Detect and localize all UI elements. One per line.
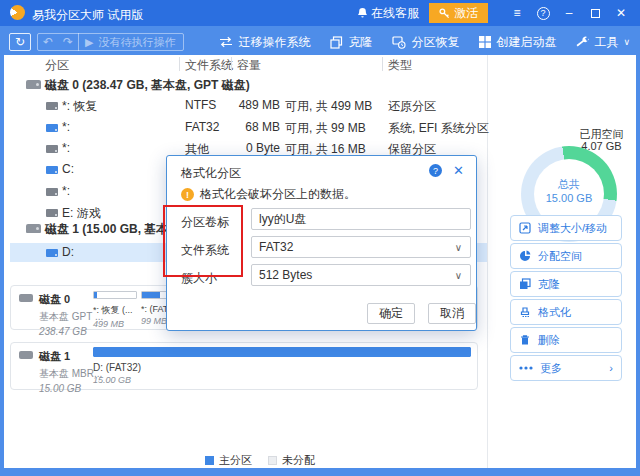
chevron-down-icon: ∨: [455, 270, 462, 281]
disk1-info: 磁盘 1 基本盘 MBR... 15.00 GB: [19, 349, 102, 394]
refresh-button[interactable]: ↻: [9, 33, 31, 51]
key-icon: [439, 8, 450, 19]
partition-icon: [46, 249, 58, 257]
tools-button[interactable]: 工具 ∨: [576, 34, 630, 51]
legend-primary-label: 主分区: [219, 453, 252, 468]
disk0-name: 磁盘 0: [39, 293, 70, 305]
ok-button[interactable]: 确定: [367, 303, 415, 324]
format-button[interactable]: 格式化: [510, 299, 622, 325]
partition-icon: [46, 145, 58, 153]
online-support-button[interactable]: 在线客服: [357, 5, 419, 22]
bell-icon: [357, 7, 368, 19]
chevron-down-icon: ∨: [623, 37, 630, 47]
dialog-help-icon[interactable]: ?: [429, 164, 442, 177]
help-button[interactable]: ?: [532, 3, 554, 23]
clone-label: 克隆: [538, 277, 560, 292]
partition-name: *: 恢复: [62, 98, 97, 115]
activate-button[interactable]: 激活: [429, 3, 488, 23]
cluster-size-select[interactable]: 512 Bytes ∨: [251, 264, 471, 286]
cancel-button[interactable]: 取消: [428, 303, 476, 324]
partition-icon: [46, 124, 58, 132]
table-row-recovery[interactable]: *: 恢复 NTFS 489 MB 可用, 共 499 MB 还原分区: [4, 96, 487, 115]
volume-label-input[interactable]: [251, 208, 471, 230]
undo-button[interactable]: ↶: [38, 35, 58, 49]
table-row-disk0[interactable]: 磁盘 0 (238.47 GB, 基本盘, GPT 磁盘): [4, 75, 487, 94]
partition-block-label: *: 恢复 (...: [93, 304, 137, 317]
create-boot-disk-label: 创建启动盘: [496, 34, 556, 51]
disk-icon: [19, 351, 33, 359]
pending-operations-label: 没有待执行操作: [98, 35, 175, 50]
filesystem-select-value: FAT32: [259, 240, 293, 254]
column-partition: 分区: [45, 57, 69, 74]
migrate-os-button[interactable]: 迁移操作系统: [219, 34, 310, 51]
format-label: 格式化: [538, 305, 571, 320]
wrench-icon: [576, 36, 589, 49]
more-button[interactable]: 更多 ›: [510, 355, 622, 381]
partition-capacity: 0 Byte: [202, 141, 280, 155]
partition-recovery-button[interactable]: 分区恢复: [392, 34, 459, 51]
minimize-button[interactable]: –: [558, 3, 580, 23]
partition-capacity: 68 MB: [202, 120, 280, 134]
partition-name: *:: [62, 184, 70, 198]
activate-label: 激活: [454, 5, 478, 22]
filesystem-select[interactable]: FAT32 ∨: [251, 236, 471, 258]
partition-block-size: 15.00 GB: [93, 375, 471, 385]
divider: [382, 57, 383, 71]
column-filesystem: 文件系统: [185, 57, 233, 74]
total-label: 总共: [521, 177, 617, 192]
column-capacity: 容量: [237, 57, 261, 74]
menu-button[interactable]: ≡: [506, 3, 528, 23]
allocate-space-button[interactable]: 分配空间: [510, 243, 622, 269]
legend: 主分区 未分配: [205, 453, 315, 468]
eraser-icon: [519, 306, 531, 318]
app-window: 易我分区大师 试用版 在线客服 激活 ≡ ? – ✕ ↻ ↶ ↷ ▶ 没有待执行…: [0, 0, 640, 476]
chevron-down-icon: ∨: [455, 242, 462, 253]
partition-block-size: 499 MB: [93, 319, 137, 329]
delete-button[interactable]: 删除: [510, 327, 622, 353]
title-bar: 易我分区大师 试用版 在线客服 激活 ≡ ? – ✕: [0, 0, 640, 26]
more-label: 更多: [540, 361, 562, 376]
disk0-partition-recovery-block[interactable]: *: 恢复 (... 499 MB: [93, 291, 137, 329]
clone-toolbar-label: 克隆: [348, 34, 372, 51]
disk1-partition-d-block[interactable]: D: (FAT32) 15.00 GB: [93, 347, 471, 385]
resize-move-button[interactable]: 调整大小/移动: [510, 215, 622, 241]
legend-primary: 主分区: [205, 453, 252, 468]
pie-icon: [519, 250, 531, 262]
table-row-efi[interactable]: *: FAT32 68 MB 可用, 共 99 MB 系统, EFI 系统分区: [4, 118, 487, 137]
migrate-arrows-icon: [219, 36, 233, 48]
unallocated-swatch: [268, 456, 277, 465]
refresh-icon: ↻: [15, 35, 25, 49]
clone-toolbar-button[interactable]: 克隆: [330, 34, 372, 51]
primary-partition-swatch: [205, 456, 214, 465]
maximize-button[interactable]: [584, 3, 606, 23]
partition-block-label: D: (FAT32): [93, 362, 471, 373]
disk0-size: 238.47 GB: [19, 326, 103, 337]
disk1-card[interactable]: 磁盘 1 基本盘 MBR... 15.00 GB D: (FAT32) 15.0…: [10, 342, 478, 390]
divider: [78, 33, 79, 51]
help-icon: ?: [537, 7, 550, 20]
disk1-type: 基本盘 MBR...: [19, 367, 102, 381]
divider: [179, 57, 180, 71]
trash-icon: [519, 334, 531, 346]
disk0-info: 磁盘 0 基本盘 GPT ... 238.47 GB: [19, 292, 103, 337]
clone-button[interactable]: 克隆: [510, 271, 622, 297]
redo-button[interactable]: ↷: [58, 35, 78, 49]
create-boot-disk-button[interactable]: 创建启动盘: [479, 34, 556, 51]
chevron-right-icon: ›: [609, 362, 613, 374]
partition-name: *:: [62, 141, 70, 155]
close-icon: ✕: [616, 6, 626, 20]
donut-center-label: 总共 15.00 GB: [521, 177, 617, 204]
partition-name: *:: [62, 120, 70, 134]
close-button[interactable]: ✕: [610, 3, 632, 23]
partition-name: C:: [62, 162, 74, 176]
pending-operations-group: ↶ ↷ ▶ 没有待执行操作: [37, 33, 184, 51]
online-support-label: 在线客服: [371, 5, 419, 22]
total-value: 15.00 GB: [521, 192, 617, 204]
partition-recovery-label: 分区恢复: [411, 34, 459, 51]
partition-type: 系统, EFI 系统分区: [388, 120, 489, 137]
dialog-close-icon[interactable]: ✕: [453, 163, 464, 178]
copy-icon: [519, 278, 531, 290]
migrate-os-label: 迁移操作系统: [238, 34, 310, 51]
legend-unallocated-label: 未分配: [282, 453, 315, 468]
minimize-icon: –: [566, 6, 573, 20]
